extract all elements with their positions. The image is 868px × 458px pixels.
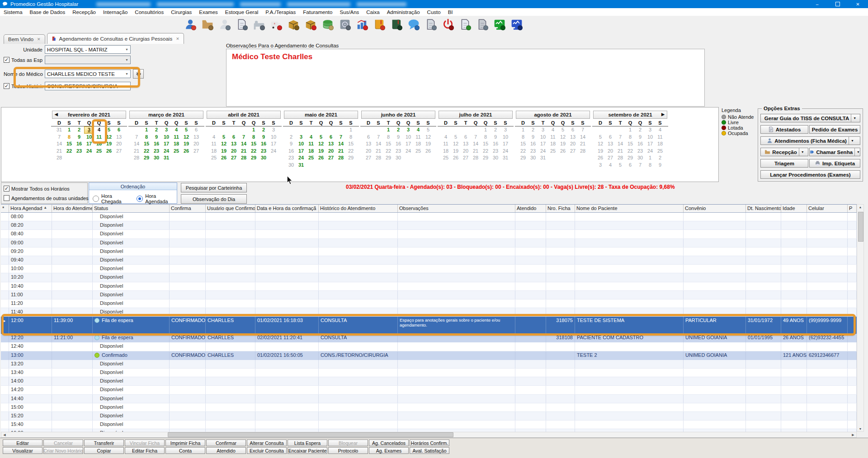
calendar-day[interactable]: 20 [191,140,201,148]
calendar-day[interactable]: 22 [64,148,74,155]
supplies-icon[interactable] [287,18,300,31]
calendar-day[interactable]: 19 [219,148,229,155]
calendar-day[interactable] [191,154,201,162]
calendar-day[interactable]: 26 [181,148,191,155]
calendar-day[interactable]: 8 [645,162,655,169]
calendar-day[interactable]: 24 [296,154,306,162]
column-header-celular[interactable]: Celular [807,205,848,212]
calendar-day[interactable]: 30 [491,154,500,162]
calendar-day[interactable]: 11 [655,134,665,141]
calendar-day[interactable]: 9 [491,134,500,141]
tab-close-icon[interactable]: ✕ [176,37,179,41]
historicos-combobox[interactable]: CONS./RETORNO/CIRURGIA▼ [45,82,131,90]
calendar-day[interactable]: 25 [655,148,665,155]
calendar-day[interactable]: 15 [142,140,151,148]
calendar-day[interactable] [306,162,316,169]
calendar-day[interactable]: 7 [635,162,645,169]
calendar-day[interactable] [296,126,306,134]
calendar-day[interactable]: 22 [383,148,393,155]
calendar-day[interactable]: 18 [94,140,104,148]
calendar-day[interactable]: 19 [104,140,114,148]
table-row[interactable]: 15:20Disponível [1,412,857,421]
calendar-day[interactable]: 17 [269,140,278,148]
calendar-day[interactable]: 25 [171,148,181,155]
calendar-day[interactable]: 16 [635,140,645,148]
calendar-day[interactable]: 22 [346,148,356,155]
calendar-day[interactable]: 3 [500,126,510,134]
calendar-day[interactable]: 5 [104,126,114,134]
calendar-day[interactable]: 15 [383,140,393,148]
calendar-day[interactable] [74,154,84,162]
menu-sus-ans[interactable]: Sus/Ans [336,9,363,15]
calendar-day[interactable]: 11 [209,140,219,148]
calendar-day[interactable]: 18 [548,140,558,148]
table-row[interactable]: 11:00Disponível [1,291,857,299]
calendar-day[interactable]: 1 [383,126,393,134]
calendar-day[interactable]: 9 [74,134,84,141]
calendar-day[interactable] [209,126,219,134]
calendar-day[interactable]: 17 [645,140,655,148]
calendar-day[interactable]: 8 [383,134,393,141]
menu-bi[interactable]: BI [444,9,457,15]
terminal-user-icon[interactable] [510,18,524,31]
calendar-day[interactable]: 25 [209,154,219,162]
calendar-day[interactable]: 8 [481,134,491,141]
calendar-day[interactable]: 23 [151,148,161,155]
calendar-day[interactable]: 13 [461,140,471,148]
calendar-day[interactable]: 1 [346,126,356,134]
triagem-button[interactable]: Triagem [760,159,808,168]
calendar-day[interactable] [94,154,104,162]
calendar-day[interactable]: 22 [481,148,491,155]
phone-directory-icon[interactable] [373,18,386,31]
calendar-day[interactable] [84,154,94,162]
calendar-day[interactable] [346,162,356,169]
calendar-day[interactable]: 28 [578,148,588,155]
calendar-day[interactable]: 1 [142,126,151,134]
outras-unidades-checkbox[interactable]: Agendamentos de outras unidades [4,195,89,201]
calendar-day[interactable] [114,154,124,162]
calendar-day[interactable] [605,126,615,134]
calendar-day[interactable] [578,154,588,162]
calendar-day[interactable] [316,162,326,169]
calendar-day[interactable]: 14 [336,140,346,148]
calendar-day[interactable]: 14 [471,140,481,148]
editar-ficha-button[interactable]: Editar Ficha [125,447,165,454]
menu-base-de-dados[interactable]: Base de Dados [26,9,69,15]
calendar-day[interactable]: 15 [518,140,528,148]
calendar-day[interactable]: 27 [568,148,578,155]
menu-exames[interactable]: Exames [195,9,222,15]
calendar-day[interactable]: 31 [54,126,64,134]
table-row[interactable]: 09:40Disponível [1,256,857,265]
calendar-day[interactable]: 24 [403,148,413,155]
prescription-icon[interactable] [235,18,249,31]
calendar-day[interactable] [239,126,249,134]
calendar-day[interactable]: 2 [286,134,296,141]
calendar-day[interactable]: 24 [269,148,278,155]
calendar-day[interactable] [181,154,191,162]
calendar-day[interactable]: 23 [74,148,84,155]
calendar-day[interactable]: 13 [363,140,373,148]
calendar-day[interactable]: 21 [578,140,588,148]
calendar-day[interactable] [316,126,326,134]
calendar-day[interactable]: 19 [451,148,461,155]
calendar-next-icon[interactable]: ▶ [661,112,665,117]
calendar-day[interactable]: 15 [346,140,356,148]
calendar-day[interactable]: 13 [568,134,578,141]
calendar-day[interactable] [171,154,181,162]
protocolo-button[interactable]: Protocolo [328,447,368,454]
calendar-day[interactable]: 27 [363,154,373,162]
editar-button[interactable]: Editar [3,439,42,446]
calendar-day[interactable]: 24 [538,148,548,155]
calendar-day[interactable]: 23 [259,148,269,155]
billing-icon[interactable] [321,18,335,31]
calendar-day[interactable] [104,154,114,162]
calendar-day[interactable]: 12 [451,140,461,148]
calendar-day[interactable]: 1 [249,126,259,134]
calendar-prev-icon[interactable]: ◀ [55,112,58,117]
calendar-day[interactable]: 14 [54,140,64,148]
menu-consult-rios[interactable]: Consultórios [131,9,167,15]
calendar-day[interactable]: 27 [114,148,124,155]
calendar-day[interactable]: 6 [568,126,578,134]
month-header[interactable]: junho de 2021 [361,111,435,119]
horizontal-scrollbar[interactable]: ◀ ▶ [1,432,857,438]
